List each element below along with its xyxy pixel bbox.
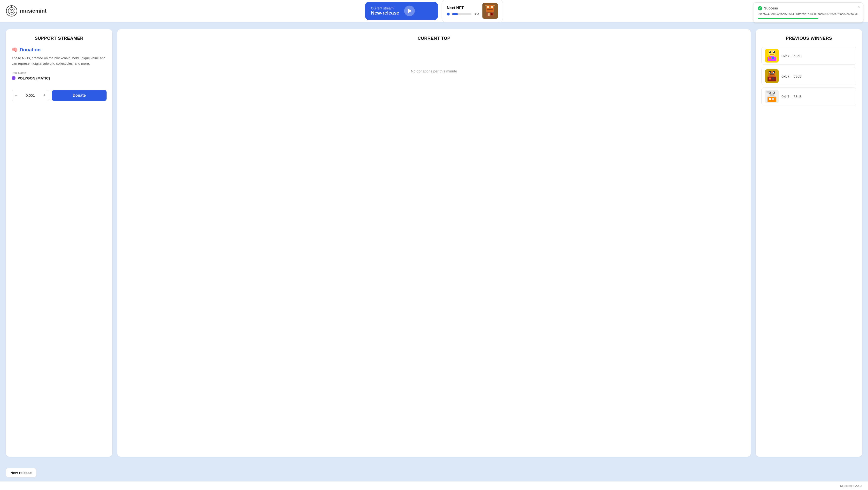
main-content: SUPPORT STREAMER 🧠 Donation These NFTs, … — [0, 22, 868, 464]
svg-rect-49 — [769, 98, 771, 100]
svg-rect-8 — [487, 6, 489, 8]
current-top-title: CURRENT TOP — [123, 36, 745, 41]
svg-rect-27 — [774, 55, 776, 57]
support-streamer-title: SUPPORT STREAMER — [11, 36, 106, 41]
svg-rect-50 — [772, 98, 774, 100]
winner-item: 0xb7....53d3 — [762, 47, 857, 65]
svg-rect-51 — [767, 91, 770, 93]
support-streamer-card: SUPPORT STREAMER 🧠 Donation These NFTs, … — [6, 29, 113, 457]
logo-icon — [6, 5, 18, 17]
current-stream-name: New-release — [371, 10, 399, 16]
svg-rect-14 — [485, 5, 487, 6]
toast-check-icon: ✓ — [758, 6, 762, 10]
svg-rect-12 — [488, 13, 490, 16]
stream-tag[interactable]: New-release — [6, 468, 36, 478]
svg-rect-9 — [491, 6, 493, 8]
svg-rect-39 — [768, 76, 769, 77]
svg-rect-25 — [772, 57, 774, 59]
svg-rect-38 — [770, 73, 773, 74]
svg-rect-52 — [768, 96, 769, 97]
current-top-card: CURRENT TOP No donations per this minute — [117, 29, 751, 457]
winner-nft-3 — [765, 90, 779, 103]
donate-controls: − + Donate — [11, 90, 106, 101]
success-toast: × ✓ Success 0xee574779104f75eb2251471dfe… — [753, 2, 863, 23]
winner-address-3: 0xb7....53d3 — [781, 94, 802, 98]
amount-decrease-button[interactable]: − — [12, 90, 21, 101]
svg-rect-36 — [769, 78, 771, 80]
footer-copyright: Musicmint 2023 — [840, 484, 862, 488]
winner-address-2: 0xb7....53d3 — [781, 74, 802, 78]
winner-nft-2 — [765, 69, 779, 83]
svg-rect-10 — [487, 9, 493, 10]
donation-title: Donation — [20, 47, 41, 53]
svg-rect-15 — [493, 5, 495, 6]
winner-address-1: 0xb7....53d3 — [781, 54, 802, 58]
play-button[interactable] — [404, 6, 414, 16]
svg-rect-46 — [773, 92, 774, 93]
winner-nft-1 — [765, 49, 779, 62]
logo-text: musicmint — [20, 8, 46, 14]
svg-rect-37 — [772, 78, 774, 80]
donation-description: These NFTs, created on the blockchain, h… — [11, 56, 106, 66]
progress-row: 35s — [447, 12, 479, 16]
svg-rect-24 — [769, 57, 771, 59]
polygon-icon — [11, 76, 16, 80]
logo-area: musicmint — [6, 5, 46, 17]
donation-heading: 🧠 Donation — [11, 47, 106, 53]
next-nft-image — [482, 3, 498, 19]
amount-control: − + — [11, 90, 49, 101]
svg-rect-33 — [773, 72, 774, 73]
svg-rect-21 — [773, 51, 774, 52]
progress-bar-fill — [452, 13, 458, 15]
svg-rect-13 — [490, 13, 492, 15]
pool-name: POLYGON (MATIC) — [18, 76, 50, 80]
current-stream-info: Current stream: New-release — [371, 6, 399, 16]
footer: Musicmint 2023 — [0, 481, 868, 490]
next-nft-card: Next NFT 35s — [442, 0, 503, 22]
amount-input[interactable] — [21, 90, 40, 101]
toast-close-button[interactable]: × — [858, 5, 860, 9]
amount-increase-button[interactable]: + — [40, 90, 49, 101]
svg-rect-11 — [486, 12, 494, 17]
next-nft-info: Next NFT 35s — [447, 6, 479, 16]
current-stream-label: Current stream: — [371, 6, 399, 10]
toast-progress-bar — [758, 18, 818, 19]
progress-dot — [447, 12, 450, 16]
no-donations-message: No donations per this minute — [123, 47, 745, 95]
svg-rect-47 — [770, 94, 774, 95]
svg-point-3 — [11, 10, 12, 11]
svg-rect-34 — [770, 74, 774, 75]
previous-winners-title: PREVIOUS WINNERS — [762, 36, 857, 41]
previous-winners-card: PREVIOUS WINNERS 0x — [755, 29, 862, 457]
bottom-strip: New-release — [0, 464, 868, 481]
header-center: Current stream: New-release Next NFT 35s — [365, 0, 503, 22]
svg-rect-40 — [774, 76, 776, 77]
progress-time: 35s — [474, 12, 479, 16]
pool-label: Pool Name — [11, 71, 106, 75]
donation-icon: 🧠 — [11, 47, 18, 53]
svg-rect-26 — [768, 55, 769, 57]
svg-rect-22 — [770, 54, 774, 55]
svg-rect-20 — [769, 51, 770, 52]
toast-title: ✓ Success — [758, 6, 859, 10]
progress-bar-bg — [452, 13, 471, 15]
next-nft-label: Next NFT — [447, 6, 479, 10]
pool-value: POLYGON (MATIC) — [11, 76, 106, 80]
svg-rect-32 — [769, 72, 770, 73]
svg-rect-53 — [774, 96, 776, 97]
winner-item: 0xb7....53d3 — [762, 67, 857, 85]
toast-hash: 0xee574779104f75eb2251471dfe2de1d139b9aa… — [758, 12, 859, 16]
winner-item: 0xb7....53d3 — [762, 87, 857, 106]
header: musicmint Current stream: New-release Ne… — [0, 0, 868, 22]
current-stream-card: Current stream: New-release — [365, 2, 438, 20]
donate-button[interactable]: Donate — [52, 90, 106, 101]
